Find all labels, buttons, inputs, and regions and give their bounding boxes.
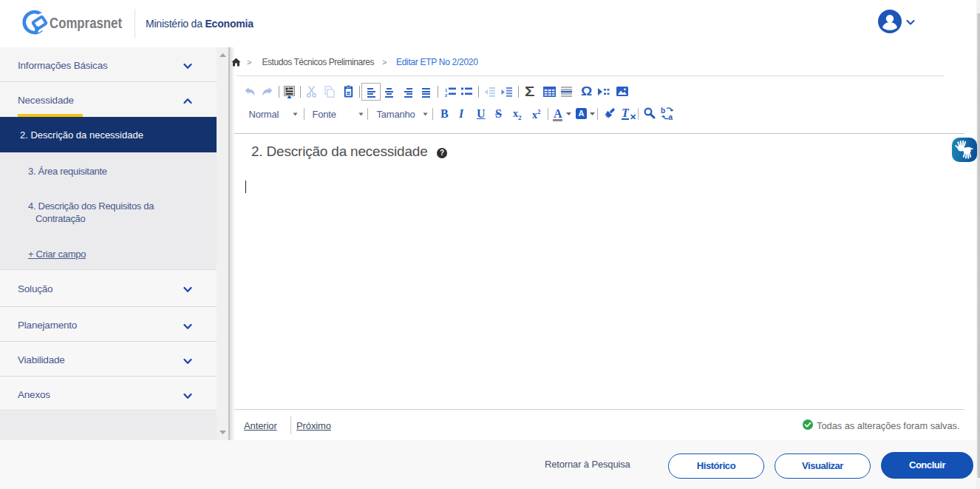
svg-text:1: 1 bbox=[445, 88, 448, 92]
svg-text:b: b bbox=[661, 107, 665, 115]
svg-text:a: a bbox=[669, 113, 673, 121]
svg-text:2: 2 bbox=[445, 93, 448, 97]
